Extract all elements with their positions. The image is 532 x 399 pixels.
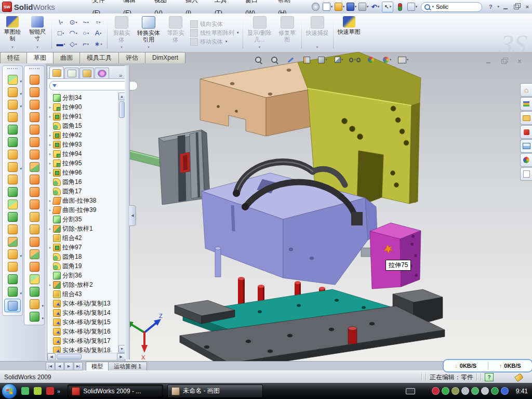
solidworks-quick-icon[interactable] [46, 387, 54, 395]
tree-item[interactable]: ▸ 拉伸95 [47, 158, 118, 168]
app-restore-button[interactable] [512, 3, 521, 11]
next-tab-button[interactable]: ▶ [64, 362, 73, 370]
hide-show-items-icon[interactable]: ▾ [349, 55, 361, 65]
lofted-surface-icon[interactable]: ▾ [24, 111, 44, 123]
edit-appearance-icon[interactable]: ▾ [365, 55, 377, 65]
freeform-icon[interactable]: ▾ [24, 248, 44, 260]
last-tab-button[interactable]: ▶| [74, 362, 83, 370]
panel-collapse-tab[interactable]: ◀ [129, 205, 136, 226]
polygon-icon[interactable]: ◇ ▾ [67, 38, 79, 49]
messenger-quick-icon[interactable] [21, 387, 29, 395]
tree-item[interactable]: ▸ 拉伸92 [47, 130, 118, 140]
display-style-icon[interactable]: ▾ [333, 55, 344, 65]
wrap-icon[interactable]: ▾ [3, 173, 22, 185]
view-settings-icon[interactable]: ▾ [397, 55, 409, 65]
ribbon-tab[interactable]: 草图 [26, 52, 54, 63]
ribbon-tab[interactable]: DimXpert [145, 52, 185, 63]
doc-close-button[interactable]: × [514, 57, 525, 65]
point-icon[interactable]: ∗ ▾ [92, 38, 104, 49]
instant3d-icon[interactable]: ▾ [4, 299, 21, 312]
configurationmanager-tab-icon[interactable] [79, 68, 94, 78]
expand-arrow-icon[interactable]: ▸ [47, 161, 53, 166]
tree-item[interactable]: ▸ 圆角18 [47, 252, 118, 261]
spline-icon[interactable]: ~ ▾ [79, 17, 92, 28]
antivirus-tray-icon[interactable] [432, 387, 440, 395]
design-library-icon[interactable] [520, 97, 532, 111]
update-tray-icon[interactable] [451, 387, 459, 395]
mirror-feature-icon[interactable]: ▾ [3, 210, 22, 223]
tree-item[interactable]: ▸ 分割35 [47, 215, 118, 224]
ribbon-tab[interactable]: 模具工具 [79, 52, 119, 63]
tree-item[interactable]: ▸ 实体-移动/复制14 [47, 308, 118, 317]
convert-entities-button[interactable]: 转换实体引用▾ [134, 14, 163, 52]
tree-item[interactable]: ▸ 实体-移动/复制17 [47, 336, 118, 345]
move-copy-body-icon[interactable]: ▾ [3, 235, 22, 248]
doc-restore-button[interactable] [499, 57, 509, 65]
tree-horizontal-scrollbar[interactable]: ◀ ▶ [47, 353, 125, 360]
pin-toolbar-icon[interactable] [310, 2, 321, 12]
curve-snake-icon[interactable]: ▾ [24, 310, 44, 323]
first-tab-button[interactable]: |◀ [46, 362, 55, 370]
toolbar-grip[interactable] [7, 68, 18, 71]
replace-face-icon[interactable]: ▾ [24, 210, 44, 223]
revolved-boss-icon[interactable]: ▾ [3, 86, 22, 98]
search-box[interactable]: ▾ [421, 2, 482, 12]
expand-arrow-icon[interactable]: ▸ [47, 227, 53, 231]
expand-arrow-icon[interactable]: ▸ [47, 283, 53, 287]
swept-surface-icon[interactable]: ▾ [24, 73, 44, 86]
linear-pattern-icon[interactable]: ▾ [3, 161, 22, 173]
axis-icon[interactable]: ▾ [3, 273, 22, 285]
tree-item[interactable]: ▸ 拉伸96 [47, 168, 118, 177]
tag-icon[interactable] [514, 373, 524, 381]
tree-item[interactable]: ▸ 拉伸97 [47, 243, 118, 252]
solidworks-resources-icon[interactable] [520, 125, 532, 139]
tree-item[interactable]: ▸ 实体-移动/复制16 [47, 327, 118, 336]
save-icon[interactable]: ▾ [346, 2, 356, 12]
tree-item[interactable]: ▸ 切除-放样1 [47, 224, 118, 233]
plane-icon[interactable]: ▾ [3, 260, 22, 273]
start-button[interactable] [2, 383, 17, 399]
model-magenta-block[interactable] [370, 223, 421, 289]
ruled-surface-icon[interactable]: ▾ [24, 235, 44, 248]
sketch-button[interactable]: 草图绘制▾ [0, 14, 25, 52]
search-input[interactable] [435, 3, 468, 10]
featuremanager-tab-icon[interactable] [49, 66, 64, 78]
resources-home-icon[interactable] [520, 83, 532, 97]
smart-dimension-button[interactable]: 智能尺寸▾ [25, 14, 50, 52]
quick-launch-overflow-chevron[interactable]: » [57, 388, 60, 394]
offset-surface-icon[interactable]: ▾ [24, 148, 44, 161]
model-gray-tool[interactable] [124, 130, 210, 205]
tree-item[interactable]: ▸ 分割36 [47, 271, 118, 280]
expand-arrow-icon[interactable]: ▸ [47, 114, 53, 119]
tree-vertical-scrollbar[interactable]: ▲ ▼ [118, 92, 125, 353]
tree-item[interactable]: ▸ 圆角15 [47, 121, 118, 130]
thicken-icon[interactable]: ▾ [24, 173, 44, 185]
expand-arrow-icon[interactable]: ▸ [47, 208, 53, 212]
tree-item[interactable]: ▸ 拉伸93 [47, 140, 118, 149]
expand-arrow-icon[interactable]: ▸ [47, 170, 53, 175]
tree-item[interactable]: ▸ 实体-移动/复制15 [47, 317, 118, 327]
firewall-tray-icon[interactable] [442, 387, 449, 395]
expand-arrow-icon[interactable]: ▸ [47, 105, 53, 110]
scroll-thumb[interactable] [119, 101, 125, 118]
tree-filter-input[interactable] [59, 82, 135, 89]
scroll-right-button[interactable]: ▶ [117, 353, 125, 361]
fillet-feature-icon[interactable]: ▾ [3, 98, 22, 111]
dome-icon[interactable]: ▾ [24, 273, 44, 285]
appearances-scenes-icon[interactable] [520, 153, 532, 167]
defender-tray-icon[interactable] [491, 387, 499, 395]
app-minimize-button[interactable] [501, 3, 510, 11]
cylinder-surface-icon[interactable]: ▾ [24, 285, 44, 298]
extend-surface-icon[interactable]: ▾ [24, 161, 44, 173]
ribbon-tab[interactable]: 评估 [118, 52, 145, 63]
sync-tray-icon[interactable] [471, 387, 479, 395]
filled-surface-icon[interactable]: ▾ [24, 185, 44, 198]
split-feature-icon[interactable]: ▾ [3, 198, 22, 210]
tree-item[interactable]: ▸ 实体-移动/复制18 [47, 345, 118, 353]
tree-item[interactable]: ▸ 实体-移动/复制13 [47, 299, 118, 308]
curve-icon[interactable]: ▾ [3, 285, 22, 298]
expand-arrow-icon[interactable]: ▸ [47, 152, 53, 156]
graphics-area[interactable]: Y Z X ▾ ▾ ▾ [46, 52, 532, 361]
magnified-selection-icon[interactable]: ▾ [285, 55, 296, 65]
tree-item[interactable]: ▸ 圆角17 [47, 187, 118, 196]
